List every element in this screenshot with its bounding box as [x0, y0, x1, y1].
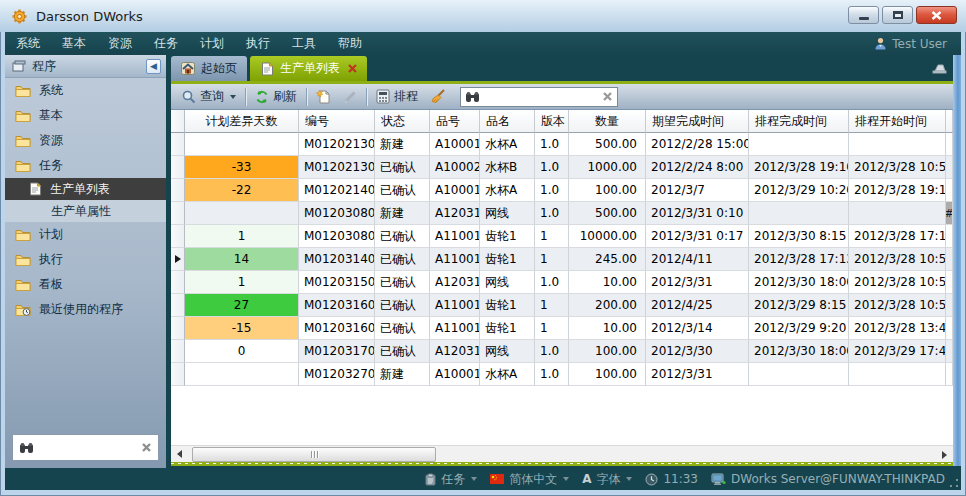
sidebar-item-execution[interactable]: 执行 — [5, 247, 166, 272]
horizontal-scrollbar[interactable] — [171, 445, 953, 462]
sidebar-item-kanban[interactable]: 看板 — [5, 272, 166, 297]
table-cell[interactable]: -15 — [185, 317, 299, 340]
column-header-clipped-column[interactable]: 前 — [946, 110, 953, 133]
table-cell[interactable]: 1000.00 — [569, 156, 646, 179]
table-cell[interactable]: 2012/2/28 15:00 — [646, 133, 749, 156]
close-button[interactable] — [916, 6, 957, 24]
table-cell[interactable]: A10001 — [430, 363, 480, 386]
table-cell[interactable]: 已确认 — [375, 179, 430, 202]
table-cell[interactable]: 500.00 — [569, 133, 646, 156]
table-cell[interactable]: 水杯A — [480, 363, 535, 386]
refresh-button[interactable]: 刷新 — [249, 86, 303, 108]
table-cell[interactable]: 水杯A — [480, 179, 535, 202]
table-cell[interactable]: 2012/3/29 9:20 — [749, 317, 849, 340]
table-row[interactable]: M012021301新建A10001水杯A1.0500.002012/2/28 … — [171, 133, 953, 156]
column-header-version[interactable]: 版本 — [535, 110, 569, 133]
table-cell[interactable]: A12031 — [430, 340, 480, 363]
sidebar-collapse-button[interactable]: ◀ — [146, 59, 161, 74]
column-header-status[interactable]: 状态 — [375, 110, 430, 133]
table-cell[interactable] — [185, 133, 299, 156]
table-cell[interactable]: M012032701 — [299, 363, 375, 386]
table-cell[interactable] — [946, 225, 953, 248]
table-cell[interactable]: M012030802 — [299, 225, 375, 248]
table-cell[interactable]: A11001 — [430, 248, 480, 271]
table-cell[interactable]: 2012/3/28 17:13 — [849, 225, 946, 248]
table-cell[interactable] — [749, 202, 849, 225]
table-cell[interactable]: 已确认 — [375, 248, 430, 271]
sidebar-item-tasks[interactable]: 任务 — [5, 153, 166, 178]
grid-search-input[interactable] — [484, 90, 602, 104]
table-cell[interactable]: 新建 — [375, 133, 430, 156]
table-cell[interactable]: 已确认 — [375, 294, 430, 317]
table-cell[interactable]: 100.00 — [569, 363, 646, 386]
table-cell[interactable] — [849, 363, 946, 386]
column-header-item-name[interactable]: 品名 — [480, 110, 535, 133]
table-cell[interactable] — [946, 340, 953, 363]
status-task-menu[interactable]: 任务 — [425, 471, 477, 488]
menu-item-basic[interactable]: 基本 — [51, 32, 97, 55]
table-row[interactable]: 14M012031402已确认A11001齿轮11245.002012/4/11… — [171, 248, 953, 271]
minimize-button[interactable] — [848, 6, 879, 24]
table-cell[interactable]: 1.0 — [535, 179, 569, 202]
table-cell[interactable]: 2012/3/28 13:40 — [849, 317, 946, 340]
table-cell[interactable]: 1.0 — [535, 271, 569, 294]
table-cell[interactable]: 齿轮1 — [480, 225, 535, 248]
table-cell[interactable] — [946, 294, 953, 317]
row-indicator[interactable] — [171, 156, 185, 179]
tab-home[interactable]: 起始页 — [171, 56, 247, 81]
table-cell[interactable] — [946, 271, 953, 294]
table-cell[interactable]: 1.0 — [535, 363, 569, 386]
menu-item-resources[interactable]: 资源 — [97, 32, 143, 55]
table-cell[interactable]: A12031 — [430, 271, 480, 294]
table-cell[interactable]: M012031701 — [299, 340, 375, 363]
table-row[interactable]: -22M012021401已确认A10001水杯A1.0100.002012/3… — [171, 179, 953, 202]
table-cell[interactable]: 14 — [185, 248, 299, 271]
table-cell[interactable]: 2012/3/29 8:15 — [749, 294, 849, 317]
table-cell[interactable]: 已确认 — [375, 271, 430, 294]
close-tab-icon[interactable] — [348, 64, 357, 73]
menu-item-system[interactable]: 系统 — [5, 32, 51, 55]
table-cell[interactable]: 2012/3/30 8:15 — [749, 225, 849, 248]
column-header-schedule-start-time[interactable]: 排程开始时间 — [849, 110, 946, 133]
table-cell[interactable]: M012021401 — [299, 179, 375, 202]
resize-grip[interactable] — [950, 479, 958, 487]
table-cell[interactable]: 网线 — [480, 340, 535, 363]
new-button[interactable] — [310, 86, 337, 108]
table-cell[interactable]: 2012/3/29 17:46 — [849, 340, 946, 363]
table-cell[interactable]: 2012/4/25 — [646, 294, 749, 317]
table-cell[interactable]: 1.0 — [535, 340, 569, 363]
row-indicator[interactable] — [171, 294, 185, 317]
table-cell[interactable]: M012031501 — [299, 271, 375, 294]
table-cell[interactable] — [946, 156, 953, 179]
table-cell[interactable] — [749, 363, 849, 386]
table-cell[interactable]: -22 — [185, 179, 299, 202]
table-cell[interactable]: A11001 — [430, 317, 480, 340]
table-cell[interactable] — [185, 363, 299, 386]
table-cell[interactable]: 2012/3/31 — [646, 271, 749, 294]
table-cell[interactable]: 1 — [185, 225, 299, 248]
table-cell[interactable]: 已确认 — [375, 317, 430, 340]
table-cell[interactable]: # — [946, 202, 953, 225]
table-cell[interactable]: 10.00 — [569, 271, 646, 294]
table-cell[interactable]: 水杯B — [480, 156, 535, 179]
table-cell[interactable] — [849, 133, 946, 156]
maximize-button[interactable] — [882, 6, 913, 24]
menu-item-help[interactable]: 帮助 — [327, 32, 373, 55]
schedule-button[interactable]: 排程 — [370, 86, 424, 108]
table-cell[interactable] — [946, 133, 953, 156]
row-indicator[interactable] — [171, 363, 185, 386]
table-row[interactable]: 0M012031701已确认A12031网线1.0100.002012/3/30… — [171, 340, 953, 363]
row-indicator[interactable] — [171, 133, 185, 156]
table-cell[interactable]: 27 — [185, 294, 299, 317]
table-row[interactable]: 1M012030802已确认A11001齿轮1110000.002012/3/3… — [171, 225, 953, 248]
table-cell[interactable]: A10001 — [430, 179, 480, 202]
sidebar-search-input[interactable] — [38, 441, 141, 455]
table-cell[interactable]: 1 — [535, 225, 569, 248]
table-cell[interactable] — [946, 179, 953, 202]
table-cell[interactable]: A10001 — [430, 133, 480, 156]
status-font-menu[interactable]: A 字体 — [582, 471, 632, 488]
sidebar-item-system[interactable]: 系统 — [5, 78, 166, 103]
row-indicator[interactable] — [171, 271, 185, 294]
table-cell[interactable]: 10000.00 — [569, 225, 646, 248]
edit-button[interactable] — [337, 86, 363, 108]
